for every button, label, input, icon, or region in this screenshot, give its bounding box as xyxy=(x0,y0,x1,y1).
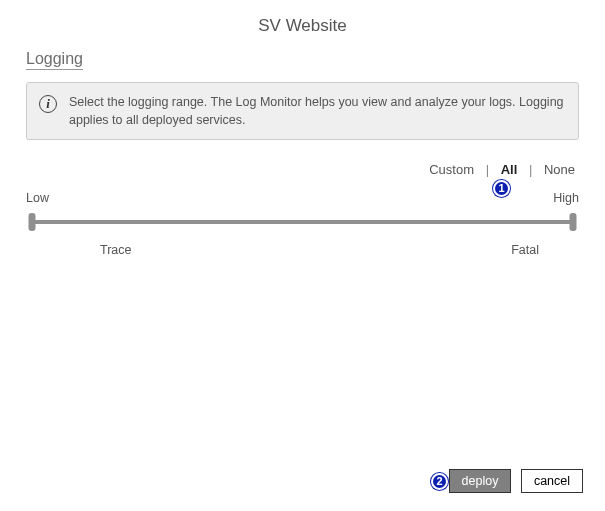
range-preset-row: Custom | All | None 1 xyxy=(26,162,577,177)
deploy-button[interactable]: deploy xyxy=(449,469,511,493)
info-banner: i Select the logging range. The Log Moni… xyxy=(26,82,579,140)
callout-badge-2: 2 xyxy=(431,473,448,490)
page-title: SV Website xyxy=(26,16,579,36)
slider-high-label: High xyxy=(553,191,579,205)
section-heading-logging: Logging xyxy=(26,50,83,70)
slider-tick-trace: Trace xyxy=(100,243,132,257)
slider-handle-high[interactable] xyxy=(570,213,577,231)
info-text: Select the logging range. The Log Monito… xyxy=(69,93,566,129)
cancel-button[interactable]: cancel xyxy=(521,469,583,493)
info-icon: i xyxy=(39,95,57,113)
range-option-none[interactable]: None xyxy=(542,162,577,177)
separator: | xyxy=(486,162,489,177)
slider-handle-low[interactable] xyxy=(29,213,36,231)
separator: | xyxy=(529,162,532,177)
slider-track-area[interactable] xyxy=(28,213,577,231)
slider-low-label: Low xyxy=(26,191,49,205)
logging-range-slider: Low High Trace Fatal xyxy=(26,191,579,257)
slider-tick-fatal: Fatal xyxy=(511,243,539,257)
range-option-custom[interactable]: Custom xyxy=(427,162,476,177)
range-option-all[interactable]: All xyxy=(499,162,520,177)
slider-track xyxy=(32,220,573,224)
footer-buttons: deploy 2 cancel xyxy=(449,469,583,493)
